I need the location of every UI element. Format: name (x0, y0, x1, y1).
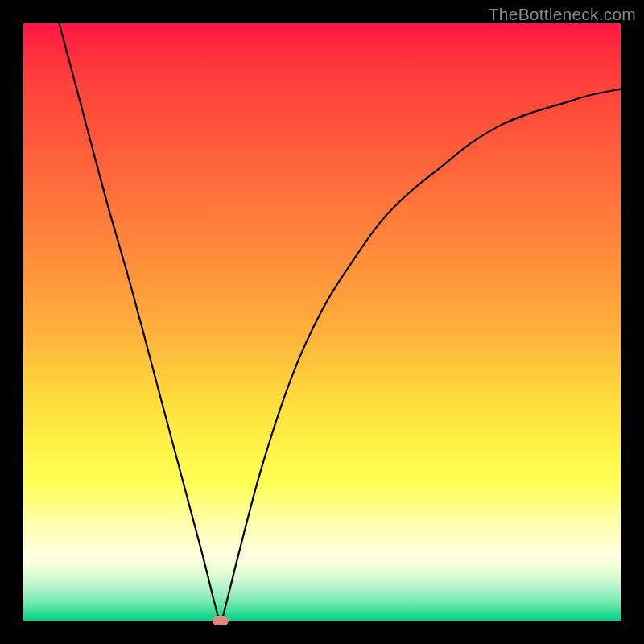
watermark-text: TheBottleneck.com (489, 5, 636, 24)
bottleneck-curve (23, 23, 621, 621)
plot-area (23, 23, 621, 621)
chart-frame: TheBottleneck.com (0, 0, 644, 644)
minimum-marker (213, 616, 229, 625)
